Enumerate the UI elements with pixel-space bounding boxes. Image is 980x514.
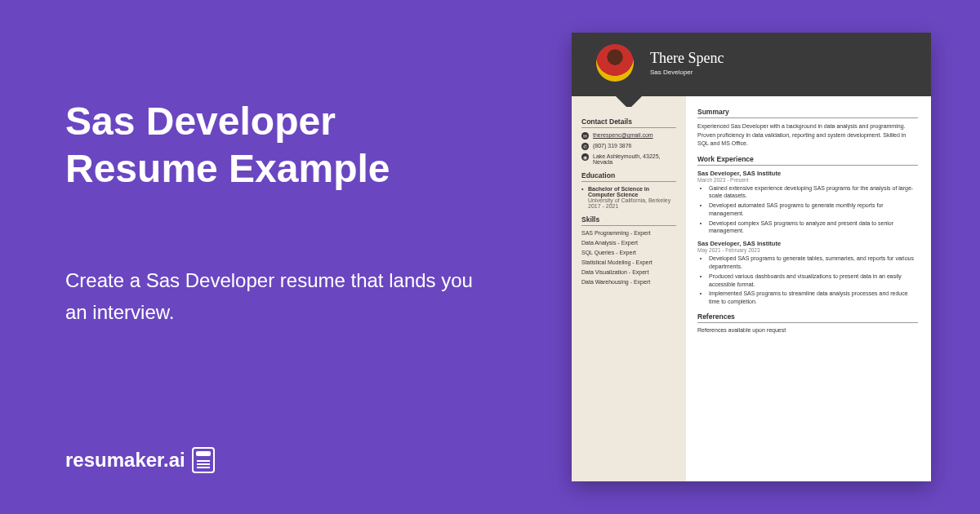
envelope-icon: ✉ xyxy=(581,132,589,140)
contact-address: ◉ Lake Ashleymouth, 43225, Nevada xyxy=(581,153,676,165)
resume-preview: There Spenc Sas Developer Contact Detail… xyxy=(572,33,931,481)
skill-item: SQL Queries - Expert xyxy=(581,250,676,255)
bullet: Developed SAS programs to generate table… xyxy=(709,255,918,271)
resume-main: Summary Experienced Sas Developer with a… xyxy=(686,96,931,481)
brand-text: resumaker.ai xyxy=(65,449,185,472)
bullet: Gained extensive experience developing S… xyxy=(709,184,918,201)
job-entry: Sas Developer, SAS Institute March 2023 … xyxy=(697,170,918,236)
references-title: References xyxy=(697,312,918,323)
skill-item: Statistical Modeling - Expert xyxy=(581,259,676,265)
experience-title: Work Experience xyxy=(697,155,918,166)
education-title: Education xyxy=(581,171,676,182)
skills-title: Skills xyxy=(581,215,676,226)
job-title: Sas Developer, SAS Institute xyxy=(697,240,918,247)
school: University of California, Berkeley xyxy=(588,197,676,203)
bullet: Developed complex SAS programs to analyz… xyxy=(709,219,918,236)
headline: Sas Developer Resume Example xyxy=(65,98,474,192)
contact-title: Contact Details xyxy=(581,117,676,128)
brand-logo: resumaker.ai xyxy=(65,447,215,473)
resume-name: There Spenc xyxy=(650,50,915,67)
job-bullets: Gained extensive experience developing S… xyxy=(697,184,918,236)
bullet: Developed automated SAS programs to gene… xyxy=(709,202,918,218)
job-dates: May 2021 - February 2023 xyxy=(697,247,918,253)
skill-item: Data Visualization - Expert xyxy=(581,269,676,275)
skill-item: SAS Programming - Expert xyxy=(581,230,676,236)
summary-text: Experienced Sas Developer with a backgro… xyxy=(697,122,918,148)
contact-phone: ✆ (807) 319 3876 xyxy=(581,143,676,150)
resume-header: There Spenc Sas Developer xyxy=(572,33,931,96)
summary-title: Summary xyxy=(697,108,918,118)
name-block: There Spenc Sas Developer xyxy=(650,50,915,76)
email-text: therespenc@gmail.com xyxy=(593,132,653,138)
chevron-decoration xyxy=(572,95,686,107)
promo-panel: Sas Developer Resume Example Create a Sa… xyxy=(0,0,506,514)
education-item: Bachelor of Science in Computer Science … xyxy=(581,186,676,209)
subtext: Create a Sas Developer resume that lands… xyxy=(65,265,474,328)
phone-text: (807) 319 3876 xyxy=(593,143,631,148)
phone-icon: ✆ xyxy=(581,143,589,150)
resume-sidebar: Contact Details ✉ therespenc@gmail.com ✆… xyxy=(572,96,686,481)
job-bullets: Developed SAS programs to generate table… xyxy=(697,255,918,306)
references-text: References available upon request xyxy=(697,327,918,333)
skill-item: Data Analysis - Expert xyxy=(581,240,676,246)
job-entry: Sas Developer, SAS Institute May 2021 - … xyxy=(697,240,918,306)
job-dates: March 2023 - Present xyxy=(697,177,918,183)
address-text: Lake Ashleymouth, 43225, Nevada xyxy=(593,153,676,165)
contact-email: ✉ therespenc@gmail.com xyxy=(581,132,676,140)
resume-role: Sas Developer xyxy=(650,69,915,76)
degree: Bachelor of Science in Computer Science xyxy=(588,186,676,197)
job-title: Sas Developer, SAS Institute xyxy=(697,170,918,177)
document-icon xyxy=(192,447,215,473)
edu-dates: 2017 - 2021 xyxy=(588,203,676,209)
bullet: Implemented SAS programs to streamline d… xyxy=(709,290,918,306)
avatar xyxy=(596,44,634,82)
resume-body: Contact Details ✉ therespenc@gmail.com ✆… xyxy=(572,96,931,481)
location-icon: ◉ xyxy=(581,153,589,161)
skill-item: Data Warehousing - Expert xyxy=(581,279,676,285)
bullet: Produced various dashboards and visualiz… xyxy=(709,273,918,289)
